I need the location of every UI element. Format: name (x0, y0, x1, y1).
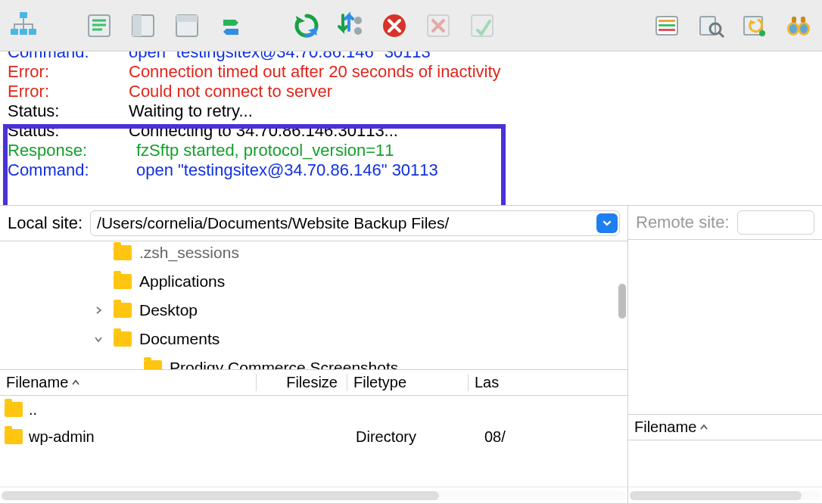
folder-icon (114, 303, 132, 318)
log-label: Status: (8, 121, 129, 141)
svg-rect-30 (792, 17, 796, 23)
remote-list-body[interactable] (628, 440, 822, 487)
svg-rect-2 (20, 29, 27, 35)
log-label: Error: (8, 62, 129, 82)
log-label: Status: (8, 101, 129, 121)
svg-rect-18 (659, 20, 675, 22)
folder-icon (144, 360, 162, 370)
log-label: Command: (8, 51, 129, 62)
scrollbar-thumb[interactable] (630, 491, 802, 500)
local-file-list: Filename Filesize Filetype Las ..wp-admi… (0, 370, 627, 503)
toggle-local-tree-icon[interactable] (126, 8, 160, 43)
log-text: Could not connect to server (129, 82, 332, 101)
folder-icon (114, 274, 132, 289)
tree-scrollbar-thumb[interactable] (618, 284, 626, 319)
folder-icon (5, 429, 23, 444)
local-pane: Local site: .zsh_sessionsApplicationsDes… (0, 206, 628, 503)
sort-asc-icon (71, 378, 80, 387)
compare-icon[interactable] (649, 8, 684, 43)
folder-icon (114, 245, 132, 260)
col-filename[interactable]: Filename (6, 374, 256, 391)
panes: Local site: .zsh_sessionsApplicationsDes… (0, 206, 822, 504)
log-text: fzSftp started, protocol_version=11 (136, 141, 394, 160)
col-filetype[interactable]: Filetype (347, 374, 468, 391)
col-filename-remote[interactable]: Filename (634, 418, 822, 436)
remote-path-field[interactable] (737, 210, 815, 235)
local-hscroll[interactable] (0, 487, 627, 503)
sync-browse-icon[interactable] (737, 8, 772, 43)
log-text: Connection timed out after 20 seconds of… (129, 62, 501, 82)
scrollbar-thumb[interactable] (2, 491, 439, 500)
log-row: Error:Could not connect to server (8, 82, 814, 101)
svg-rect-11 (176, 15, 198, 22)
file-row[interactable]: wp-adminDirectory08/ (0, 423, 627, 450)
search-magnifier-icon[interactable] (693, 8, 728, 43)
log-text: Connecting to 34.70.86.146:30113... (129, 121, 398, 141)
svg-point-13 (354, 27, 362, 35)
folder-icon (114, 331, 132, 347)
chevron-right-icon[interactable] (91, 306, 106, 315)
remote-file-list: Filename (628, 415, 822, 503)
toggle-log-icon[interactable] (82, 8, 117, 43)
svg-rect-3 (29, 29, 36, 35)
refresh-icon[interactable] (289, 8, 324, 43)
log-row: Command:open "testingsitex@34.70.86.146"… (8, 51, 814, 62)
sitemanager-icon[interactable] (6, 8, 41, 43)
tree-item-label: Applications (139, 272, 225, 291)
tree-item[interactable]: Documents (0, 325, 627, 353)
file-name: wp-admin (29, 428, 95, 446)
tree-item[interactable]: Desktop (0, 296, 627, 325)
local-path-dropdown[interactable] (596, 213, 618, 233)
tree-item[interactable]: Applications (0, 267, 627, 296)
toolbar (0, 0, 822, 51)
file-type: Directory (356, 428, 477, 446)
toggle-remote-tree-icon[interactable] (170, 8, 204, 43)
log-text: open "testingsitex@34.70.86.146" 30113 (136, 160, 438, 180)
remote-hscroll[interactable] (628, 487, 822, 503)
binoculars-icon[interactable] (781, 8, 816, 43)
log-label: Error: (8, 82, 129, 101)
disconnect-icon[interactable] (421, 8, 456, 43)
svg-rect-31 (801, 17, 805, 23)
sync-settings-icon[interactable] (333, 8, 368, 43)
svg-point-12 (354, 17, 362, 24)
folder-icon (5, 402, 23, 417)
remote-site-label: Remote site: (636, 213, 730, 232)
log-row: Error:Connection timed out after 20 seco… (8, 62, 814, 82)
log-label: Response: (8, 141, 136, 160)
file-row[interactable]: .. (0, 396, 627, 423)
col-lastmodified[interactable]: Las (468, 374, 528, 391)
reconnect-icon[interactable] (465, 8, 500, 43)
tree-item[interactable]: Prodigy Commerce Screenshots (0, 353, 627, 370)
tree-item-label: Prodigy Commerce Screenshots (170, 359, 398, 370)
col-filesize[interactable]: Filesize (256, 374, 347, 391)
remote-pane: Remote site: Filename (628, 206, 822, 503)
svg-rect-0 (20, 12, 27, 18)
log-row: Response:fzSftp started, protocol_versio… (8, 141, 814, 160)
cancel-icon[interactable] (377, 8, 412, 43)
svg-rect-20 (659, 29, 675, 31)
local-site-label: Local site: (8, 213, 83, 233)
transfer-queue-icon[interactable] (213, 8, 248, 43)
sort-asc-icon (699, 423, 708, 432)
remote-list-header: Filename (628, 415, 822, 440)
svg-line-23 (719, 33, 724, 37)
local-path-input[interactable] (91, 213, 596, 234)
svg-rect-9 (132, 15, 142, 36)
file-last: 08/ (484, 428, 545, 446)
local-list-body[interactable]: ..wp-adminDirectory08/ (0, 396, 627, 487)
tree-item-label: .zsh_sessions (139, 244, 239, 262)
log-label: Command: (8, 160, 136, 180)
svg-point-25 (759, 30, 765, 36)
local-path-field[interactable] (90, 210, 620, 236)
local-directory-tree[interactable]: .zsh_sessionsApplicationsDesktopDocument… (0, 241, 627, 370)
log-text: open "testingsitex@34.70.86.146" 30113 (129, 51, 431, 62)
chevron-down-icon[interactable] (91, 334, 106, 344)
tree-item[interactable]: .zsh_sessions (0, 241, 627, 267)
svg-rect-21 (700, 17, 715, 35)
log-text: Waiting to retry... (129, 101, 253, 121)
file-name: .. (29, 401, 37, 418)
remote-directory-tree[interactable] (628, 240, 822, 415)
log-row: Status:Connecting to 34.70.86.146:30113.… (8, 121, 814, 141)
svg-rect-1 (11, 29, 18, 35)
